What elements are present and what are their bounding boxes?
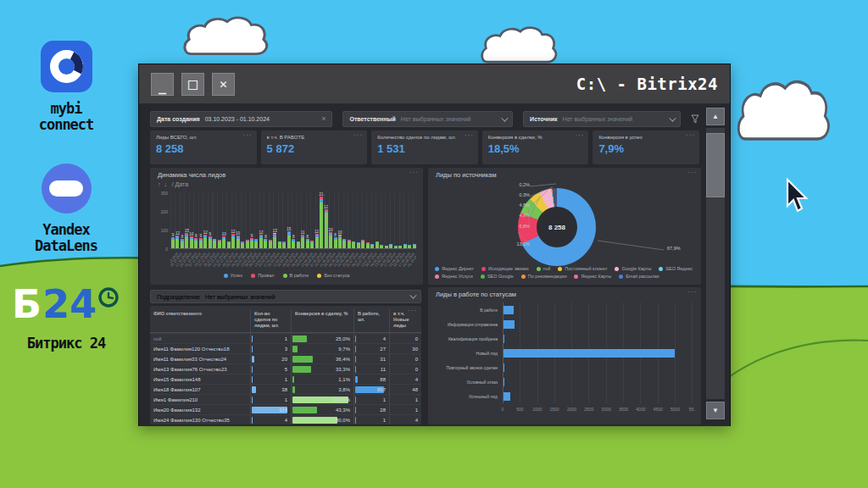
stacked-bar — [320, 197, 323, 248]
x-axis-tick: 3000 — [602, 407, 611, 412]
chevron-down-icon[interactable] — [669, 114, 676, 121]
legend-item[interactable]: SEO Яндекс — [659, 266, 693, 271]
legend-dot — [619, 274, 623, 279]
legend-label: Яндекс Карты — [581, 274, 611, 279]
table-row: Имя20 Фамилия13231643,3%281 — [150, 404, 421, 414]
maximize-button[interactable]: □ — [181, 73, 204, 96]
stacked-bar — [348, 240, 351, 248]
bar-value-label: 9 — [200, 234, 203, 238]
panel-menu-icon[interactable]: ··· — [465, 131, 474, 139]
chevron-down-icon[interactable] — [501, 114, 508, 121]
panel-menu-icon[interactable]: ··· — [353, 131, 363, 139]
kpi-value: 5 872 — [267, 142, 362, 155]
stacked-bar — [292, 239, 295, 248]
x-axis-tick: 2000 — [567, 407, 576, 412]
panel-menu-icon[interactable]: ··· — [687, 288, 697, 296]
column-header[interactable]: Конверсия в сделку, % — [291, 309, 353, 332]
panel-menu-icon[interactable]: ··· — [575, 131, 584, 139]
status-bar — [504, 335, 504, 343]
legend-item[interactable]: Яндекс Директ — [435, 266, 474, 271]
legend-item[interactable]: В работе — [283, 273, 309, 278]
clear-icon[interactable]: × — [321, 115, 326, 123]
bar-value-label: 10 — [189, 232, 193, 236]
bar-value-label: 8 — [264, 235, 267, 239]
donut-percent-label: 0,3% — [519, 192, 530, 197]
scroll-up-button[interactable]: ▲ — [706, 108, 725, 125]
stacked-bar — [398, 246, 402, 248]
cell-deals: 20 — [250, 354, 291, 363]
stacked-bar — [181, 239, 184, 248]
column-header[interactable]: В работе, шт. — [353, 309, 389, 332]
legend-item[interactable]: По рекомендации — [521, 274, 567, 279]
legend-item[interactable]: Яндекс Услуги — [435, 274, 473, 279]
column-header[interactable]: Кол-во сделок по лидам, шт. — [250, 309, 291, 332]
stacked-bar — [190, 236, 193, 248]
legend-item[interactable]: Исходящие звонки — [481, 266, 529, 271]
column-header[interactable]: в т.ч. Новые лиды — [389, 309, 421, 332]
managers-table-panel: ··· ФИО ответственногоКол-во сделок по л… — [150, 306, 421, 424]
bar-value-label: 10 — [329, 228, 333, 232]
bar-value-label: 9 — [251, 234, 253, 238]
legend-item[interactable]: Email рассылки — [619, 274, 659, 279]
responsible-filter[interactable]: Ответственный Нет выбранных значений — [342, 111, 513, 127]
sort-asc-icon[interactable]: ↑ — [158, 181, 161, 187]
legend-item[interactable]: null — [537, 266, 551, 271]
cell-newleads: 4 — [389, 415, 421, 424]
minimize-button[interactable]: _ — [151, 73, 174, 96]
cell-name: Имя11 Фамилия33 Отчество24 — [150, 354, 250, 363]
status-category-label: В работе — [430, 308, 498, 313]
cell-name: Имя24 Фамилия130 Отчество35 — [150, 415, 250, 424]
sources-legend: Яндекс ДиректИсходящие звонкиnullПостоян… — [435, 266, 694, 279]
source-filter[interactable]: Источник Нет выбранных значений — [523, 111, 681, 127]
stacked-bar — [209, 236, 212, 248]
desktop-icon-bitrix24[interactable]: Б24 Битрикс 24 — [12, 285, 120, 352]
cell-conversion: 43,3% — [291, 405, 353, 414]
desktop-icon-yandex-datalens[interactable]: YandexDataLens — [15, 164, 117, 254]
kpi-card: Конверсия в успех7,9%··· — [593, 130, 699, 164]
stacked-bar — [218, 240, 221, 248]
data-bar — [355, 336, 356, 342]
legend-item[interactable]: Google Карты — [615, 266, 651, 271]
panel-menu-icon[interactable]: ··· — [409, 169, 419, 176]
data-bar — [292, 346, 298, 352]
sort-desc-icon[interactable]: ↓ — [164, 181, 167, 187]
stacked-bar — [236, 236, 240, 248]
x-axis-tick: 5000 — [670, 407, 680, 412]
status-bar — [504, 320, 515, 329]
close-button[interactable]: ✕ — [212, 73, 235, 96]
panel-menu-icon[interactable]: ··· — [243, 131, 253, 139]
desktop-icon-mybi-connect[interactable]: mybiconnect — [15, 41, 117, 133]
titlebar[interactable]: _ □ ✕ C:\ - Bitrix24 — [139, 64, 730, 104]
sort-field[interactable]: / Дата — [172, 181, 188, 187]
cell-inwork: 897 — [353, 385, 389, 394]
scroll-down-button[interactable]: ▼ — [706, 402, 725, 419]
legend-item[interactable]: Провал — [251, 273, 274, 278]
department-filter[interactable]: Подразделение Нет выбранных значений — [150, 290, 421, 303]
legend-item[interactable]: SEO Google — [481, 274, 514, 279]
mybi-connect-icon — [41, 41, 92, 92]
panel-title: Динамика числа лидов — [158, 171, 225, 179]
x-axis-tick: 1000 — [532, 407, 542, 412]
data-bar — [292, 356, 313, 363]
scrollbar-thumb[interactable] — [706, 133, 725, 197]
stacked-bar — [241, 241, 244, 248]
chevron-down-icon[interactable] — [409, 291, 416, 298]
stacked-bar — [306, 239, 309, 248]
cell-conversion: 25,0% — [291, 334, 353, 343]
column-header[interactable]: ФИО ответственного — [150, 309, 250, 332]
kpi-card: в т.ч. В РАБОТЕ5 872··· — [261, 130, 368, 164]
bar-value-label: 8 — [181, 235, 184, 239]
legend-item[interactable]: Яндекс Карты — [574, 274, 611, 279]
funnel-icon[interactable] — [691, 114, 699, 125]
legend-item[interactable]: Постоянный клиент — [558, 266, 607, 271]
stacked-bar — [213, 239, 216, 248]
panel-menu-icon[interactable]: ··· — [686, 131, 695, 139]
legend-item[interactable]: Успех — [224, 273, 243, 278]
cell-inwork: 31 — [353, 354, 389, 363]
panel-menu-icon[interactable]: ··· — [687, 169, 697, 176]
legend-item[interactable]: Без статуса — [317, 273, 349, 278]
date-filter[interactable]: Дата создания 03.10.2023 - 01.10.2024 × — [150, 111, 332, 127]
donut-percent-label: 0,2% — [519, 182, 530, 187]
x-axis-tick: 500 — [516, 407, 523, 412]
bar-value-label: 12 — [231, 230, 236, 234]
